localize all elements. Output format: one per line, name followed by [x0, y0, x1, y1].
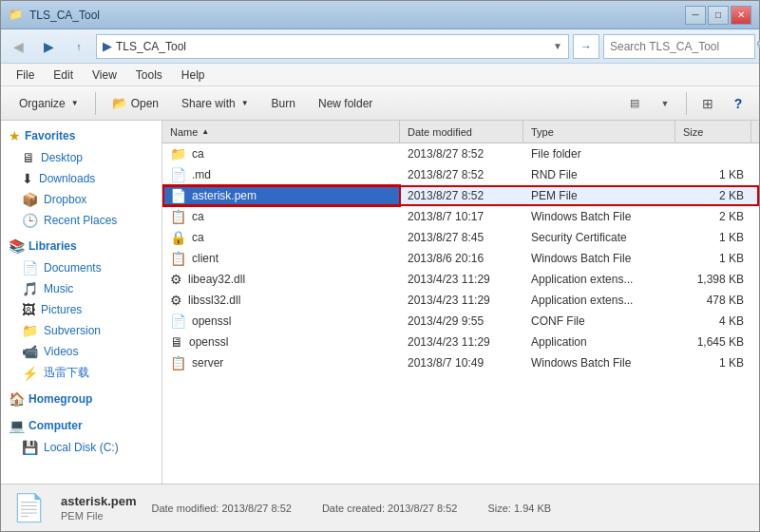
sidebar-item-subversion[interactable]: 📁 Subversion — [1, 320, 162, 341]
sidebar-computer-header[interactable]: 💻 Computer — [1, 414, 162, 437]
status-size: Size: 1.94 KB — [487, 503, 551, 514]
file-name: ca — [192, 231, 204, 244]
file-type: PEM File — [523, 185, 675, 206]
close-button[interactable]: ✕ — [731, 6, 751, 25]
toolbar: Organize ▼ 📂 Open Share with ▼ Burn New … — [1, 86, 759, 121]
toolbar-sep-2 — [686, 92, 687, 115]
file-size: 2 KB — [675, 206, 751, 227]
dropbox-icon: 📦 — [22, 192, 38, 207]
col-header-date[interactable]: Date modified — [400, 121, 523, 142]
col-header-size[interactable]: Size — [675, 121, 751, 142]
go-button[interactable]: → — [573, 34, 599, 59]
back-button[interactable]: ◀ — [5, 34, 31, 59]
status-filename: asterisk.pem — [61, 494, 137, 508]
favorites-label: Favorites — [25, 129, 75, 142]
table-row[interactable]: 📄asterisk.pem2013/8/27 8:52PEM File2 KB — [162, 185, 759, 206]
file-icon: 🖥 — [170, 334, 183, 350]
file-type: Security Certificate — [523, 227, 675, 248]
computer-icon: 💻 — [9, 418, 25, 433]
file-list-header: Name ▲ Date modified Type Size — [162, 121, 759, 143]
status-bar: 📄 asterisk.pem PEM File Date modified: 2… — [1, 484, 759, 531]
table-row[interactable]: 📋server2013/8/7 10:49Windows Batch File1… — [162, 352, 759, 373]
sidebar-item-videos[interactable]: 📹 Videos — [1, 341, 162, 362]
burn-button[interactable]: Burn — [261, 90, 306, 117]
menu-help[interactable]: Help — [174, 66, 213, 84]
col-header-name[interactable]: Name ▲ — [162, 121, 400, 142]
table-row[interactable]: 📄.md2013/8/27 8:52RND File1 KB — [162, 164, 759, 185]
file-name: libssl32.dll — [188, 294, 240, 307]
nav-bar: ◀ ▶ ↑ ▶ TLS_CA_Tool ▼ → 🔍 — [1, 29, 759, 64]
menu-edit[interactable]: Edit — [46, 66, 81, 84]
sidebar-favorites-header[interactable]: ★ Favorites — [1, 124, 162, 147]
sidebar-item-downloads[interactable]: ⬇ Downloads — [1, 168, 162, 189]
file-icon: 🔒 — [170, 230, 186, 245]
recent-icon: 🕒 — [22, 213, 38, 228]
share-with-button[interactable]: Share with ▼ — [171, 90, 259, 117]
sidebar-item-desktop[interactable]: 🖥 Desktop — [1, 147, 162, 168]
search-icon: 🔍 — [756, 39, 760, 53]
table-row[interactable]: ⚙libeay32.dll2013/4/23 11:29Application … — [162, 269, 759, 290]
name-sort-icon: ▲ — [201, 127, 209, 136]
subversion-icon: 📁 — [22, 323, 38, 338]
menu-file[interactable]: File — [9, 66, 42, 84]
file-date: 2013/8/7 10:49 — [400, 352, 523, 373]
table-row[interactable]: 📋client2013/8/6 20:16Windows Batch File1… — [162, 248, 759, 269]
sidebar-libraries-header[interactable]: 📚 Libraries — [1, 235, 162, 257]
organize-button[interactable]: Organize ▼ — [9, 90, 89, 117]
file-type: CONF File — [523, 311, 675, 332]
status-date-created: Date created: 2013/8/27 8:52 — [322, 503, 458, 514]
up-button[interactable]: ↑ — [66, 34, 92, 59]
table-row[interactable]: 🔒ca2013/8/27 8:45Security Certificate1 K… — [162, 227, 759, 248]
title-bar: 📁 TLS_CA_Tool ─ □ ✕ — [1, 1, 759, 29]
organize-chevron: ▼ — [71, 99, 79, 107]
sidebar-item-localdisk[interactable]: 💾 Local Disk (C:) — [1, 437, 162, 458]
address-chevron: ▼ — [553, 41, 562, 51]
sidebar-homegroup-header[interactable]: 🏠 Homegroup — [1, 388, 162, 410]
maximize-button[interactable]: □ — [708, 6, 729, 25]
open-button[interactable]: 📂 Open — [102, 90, 169, 117]
file-type: Application — [523, 332, 675, 352]
sidebar-item-pictures[interactable]: 🖼 Pictures — [1, 299, 162, 320]
minimize-button[interactable]: ─ — [685, 6, 706, 25]
help-button[interactable]: ? — [725, 91, 751, 116]
file-date: 2013/8/27 8:52 — [400, 143, 523, 164]
file-type: Windows Batch File — [523, 248, 675, 269]
search-input[interactable] — [610, 40, 752, 53]
col-header-type[interactable]: Type — [523, 121, 675, 142]
sidebar-item-music[interactable]: 🎵 Music — [1, 278, 162, 299]
file-date: 2013/8/7 10:17 — [400, 206, 523, 227]
view-options-button[interactable]: ▤ — [621, 91, 648, 116]
table-row[interactable]: 📁ca2013/8/27 8:52File folder — [162, 143, 759, 164]
table-row[interactable]: ⚙libssl32.dll2013/4/23 11:29Application … — [162, 290, 759, 311]
menu-view[interactable]: View — [85, 66, 124, 84]
window-icon: 📁 — [9, 8, 24, 23]
sidebar-item-documents[interactable]: 📄 Documents — [1, 257, 162, 278]
address-bar[interactable]: ▶ TLS_CA_Tool ▼ — [96, 34, 569, 59]
forward-button[interactable]: ▶ — [35, 34, 62, 59]
sidebar-favorites: ★ Favorites 🖥 Desktop ⬇ Downloads 📦 Drop… — [1, 124, 162, 231]
pane-toggle-button[interactable]: ⊞ — [694, 91, 721, 116]
sidebar-item-xunlei[interactable]: ⚡ 迅雷下载 — [1, 362, 162, 384]
status-date-modified: Date modified: 2013/8/27 8:52 — [152, 503, 292, 514]
new-folder-button[interactable]: New folder — [308, 90, 383, 117]
table-row[interactable]: 📋ca2013/8/7 10:17Windows Batch File2 KB — [162, 206, 759, 227]
address-text: TLS_CA_Tool — [116, 40, 549, 53]
file-name: libeay32.dll — [188, 273, 245, 286]
menu-tools[interactable]: Tools — [128, 66, 170, 84]
sidebar-computer: 💻 Computer 💾 Local Disk (C:) — [1, 414, 162, 458]
file-type: Application extens... — [523, 269, 675, 290]
sidebar: ★ Favorites 🖥 Desktop ⬇ Downloads 📦 Drop… — [1, 121, 162, 484]
homegroup-label: Homegroup — [28, 392, 92, 406]
file-size: 4 KB — [675, 311, 751, 332]
table-row[interactable]: 📄openssl2013/4/29 9:55CONF File4 KB — [162, 311, 759, 332]
window-title: TLS_CA_Tool — [29, 9, 100, 22]
sidebar-item-dropbox[interactable]: 📦 Dropbox — [1, 189, 162, 210]
file-list-container: Name ▲ Date modified Type Size 📁ca2013/8… — [162, 121, 759, 484]
view-dropdown-button[interactable]: ▼ — [652, 91, 678, 116]
search-box[interactable]: 🔍 — [603, 34, 755, 59]
file-name: server — [192, 356, 223, 370]
libraries-label: Libraries — [28, 239, 77, 253]
table-row[interactable]: 🖥openssl2013/4/23 11:29Application1,645 … — [162, 332, 759, 352]
homegroup-icon: 🏠 — [9, 391, 25, 407]
sidebar-item-recent[interactable]: 🕒 Recent Places — [1, 210, 162, 231]
